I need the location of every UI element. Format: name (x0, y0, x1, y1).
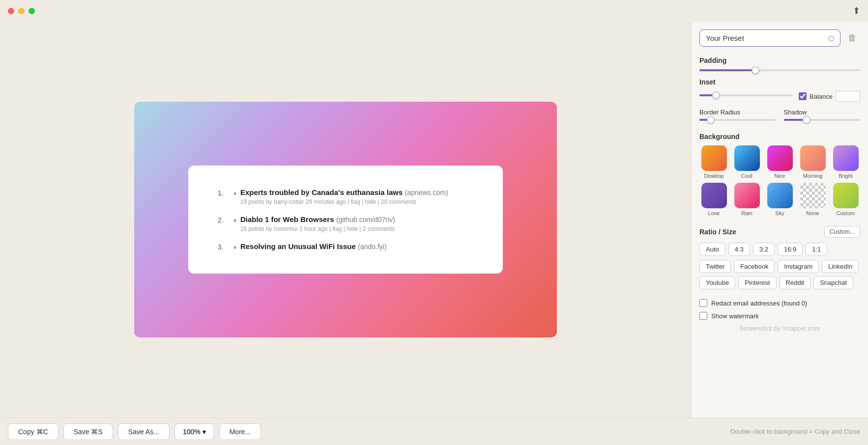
inset-thumb[interactable] (712, 91, 720, 99)
bg-label-bright: Bright (839, 173, 853, 179)
redact-label: Redact email addresses (found 0) (711, 300, 807, 307)
news-list-item: 2. ▲ Diablo 1 for Web Browsers (github.c… (218, 215, 473, 232)
social-btn-snapchat[interactable]: Snapchat (813, 276, 853, 289)
bg-swatch-cool[interactable] (734, 145, 760, 171)
bg-swatch-sky[interactable] (767, 183, 793, 208)
main-content: 1. ▲ Experts troubled by Canada's euthan… (0, 22, 868, 417)
padding-track (699, 69, 860, 71)
more-button[interactable]: More... (219, 423, 261, 440)
border-label: Border Radius (699, 109, 776, 116)
shadow-thumb[interactable] (803, 116, 810, 124)
maximize-button[interactable] (29, 8, 35, 14)
bg-label-love: Love (708, 210, 720, 216)
bg-label-sky: Sky (775, 210, 784, 216)
news-meta: 16 points by nsoonhui 1 hour ago | flag … (240, 225, 395, 232)
bg-swatch-container-morning: Morning (798, 145, 827, 179)
balance-checkbox[interactable] (799, 92, 807, 100)
ratio-size-label: Ratio / Size (699, 228, 736, 236)
social-btn-twitter[interactable]: Twitter (699, 260, 731, 273)
padding-fill (699, 69, 755, 71)
right-panel: Your Preset ⬡ 🗑 Padding Inset (691, 22, 868, 417)
social-btn-facebook[interactable]: Facebook (734, 260, 775, 273)
traffic-lights (8, 8, 35, 14)
bg-swatch-container-nice: Nice (765, 145, 794, 179)
social-btn-instagram[interactable]: Instagram (778, 260, 819, 273)
news-list-item: 1. ▲ Experts troubled by Canada's euthan… (218, 188, 473, 205)
watermark-checkbox[interactable] (699, 312, 707, 320)
border-track (699, 119, 776, 121)
shadow-col: Shadow (784, 109, 861, 123)
bg-swatch-container-rain: Rain (732, 183, 761, 216)
copy-button[interactable]: Copy ⌘C (8, 423, 58, 440)
preset-delete-button[interactable]: 🗑 (844, 30, 860, 46)
news-title: Experts troubled by Canada's euthanasia … (240, 188, 403, 196)
save-button[interactable]: Save ⌘S (63, 423, 113, 440)
news-list-item: 3. ▲ Resolving an Unusual WiFi Issue (an… (218, 242, 473, 251)
padding-section: Padding (699, 56, 860, 71)
balance-swatch (836, 91, 860, 102)
bottom-toolbar: Copy ⌘C Save ⌘S Save As... 100% ▾ More..… (0, 417, 868, 445)
bg-grid: DesktopCoolNiceMorningBrightLoveRainSkyN… (699, 145, 860, 216)
ratio-btn-4-3[interactable]: 4:3 (728, 243, 750, 256)
social-btn-pinterest[interactable]: Pinterest (738, 276, 776, 289)
bg-swatch-container-none: None (798, 183, 827, 216)
bg-swatch-container-love: Love (699, 183, 728, 216)
balance-container: Balance (799, 91, 860, 102)
ratio-btn-1-1[interactable]: 1:1 (806, 243, 827, 256)
custom-size-button[interactable]: Custom... (824, 226, 860, 238)
bg-swatch-none[interactable] (800, 183, 826, 208)
share-button[interactable]: ⬆ (853, 5, 860, 16)
news-title: Diablo 1 for Web Browsers (240, 215, 334, 223)
redact-row: Redact email addresses (found 0) (699, 299, 860, 307)
ratio-btn-Auto[interactable]: Auto (699, 243, 725, 256)
ratio-btn-3-2[interactable]: 3:2 (753, 243, 775, 256)
bg-swatch-rain[interactable] (734, 183, 760, 208)
preview-container[interactable]: 1. ▲ Experts troubled by Canada's euthan… (134, 102, 557, 337)
bg-swatch-desktop[interactable] (701, 145, 727, 171)
news-body: Diablo 1 for Web Browsers (github.com/d0… (240, 215, 395, 232)
bg-swatch-custom[interactable] (833, 183, 859, 208)
titlebar: ⬆ (0, 0, 868, 22)
news-number: 1. (218, 188, 230, 197)
shadow-track (784, 119, 861, 121)
padding-thumb[interactable] (752, 66, 759, 74)
zoom-control[interactable]: 100% ▾ (174, 423, 214, 440)
canvas-area: 1. ▲ Experts troubled by Canada's euthan… (0, 22, 691, 417)
inset-slider-container (699, 94, 793, 98)
border-thumb[interactable] (707, 116, 715, 124)
bg-label-none: None (806, 210, 819, 216)
news-domain: (apnews.com) (405, 189, 448, 196)
bg-swatch-bright[interactable] (833, 145, 859, 171)
social-btn-reddit[interactable]: Reddit (780, 276, 811, 289)
ratio-btn-16-9[interactable]: 16:9 (778, 243, 803, 256)
watermark-credit: Screenshot by Xnapper.com (699, 325, 860, 332)
news-domain: (github.com/d07riv) (336, 216, 395, 223)
preset-select[interactable]: Your Preset ⬡ (699, 29, 840, 47)
hint-text: Double-click to background = Copy and Cl… (730, 428, 860, 435)
upvote-icon: ▲ (232, 215, 237, 222)
border-col: Border Radius (699, 109, 776, 123)
bg-swatch-morning[interactable] (800, 145, 826, 171)
preset-label: Your Preset (706, 34, 744, 42)
bg-swatch-container-desktop: Desktop (699, 145, 728, 179)
news-body: Resolving an Unusual WiFi Issue (ando.fy… (240, 242, 387, 251)
bg-swatch-nice[interactable] (767, 145, 793, 171)
zoom-chevron-icon: ▾ (203, 428, 206, 436)
minimize-button[interactable] (18, 8, 25, 14)
bg-label-cool: Cool (741, 173, 752, 179)
preset-arrow-icon: ⬡ (828, 34, 834, 42)
news-title: Resolving an Unusual WiFi Issue (240, 242, 356, 250)
social-btn-linkedin[interactable]: LinkedIn (822, 260, 859, 273)
social-btn-youtube[interactable]: Youtube (699, 276, 735, 289)
watermark-row: Show watermark (699, 312, 860, 320)
balance-label: Balance (810, 93, 833, 100)
news-meta: 19 points by barry-cotter 29 minutes ago… (240, 198, 448, 205)
bg-label-desktop: Desktop (704, 173, 723, 179)
redact-checkbox[interactable] (699, 299, 707, 307)
saveas-button[interactable]: Save As... (118, 423, 170, 440)
news-number: 3. (218, 242, 230, 251)
bg-swatch-love[interactable] (701, 183, 727, 208)
watermark-label: Show watermark (711, 312, 759, 320)
ratio-buttons: Auto4:33:216:91:1 (699, 243, 860, 256)
close-button[interactable] (8, 8, 14, 14)
